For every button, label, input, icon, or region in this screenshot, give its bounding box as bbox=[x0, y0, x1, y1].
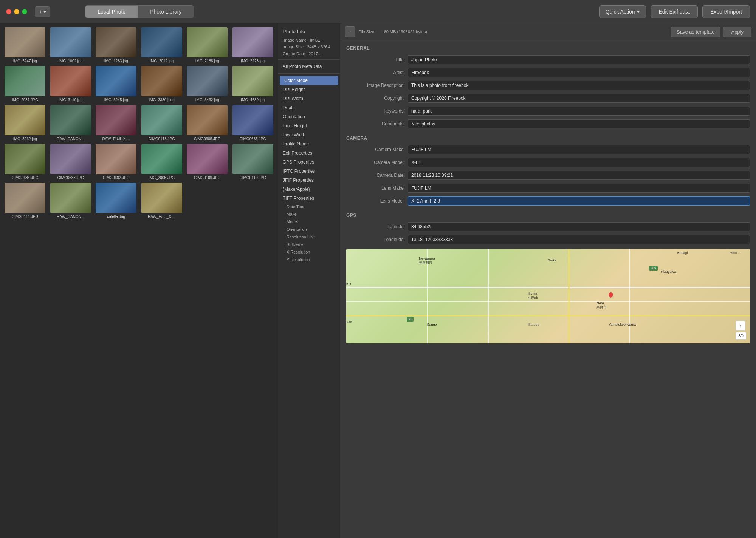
sidebar-item-gps-properties[interactable]: GPS Properties bbox=[278, 158, 340, 167]
title-input[interactable] bbox=[408, 55, 750, 64]
photo-item-16[interactable]: CIMG0685.JPG bbox=[186, 105, 229, 141]
close-button[interactable] bbox=[6, 9, 11, 14]
photo-item-11[interactable]: IMG_4639.jpg bbox=[232, 66, 274, 102]
map-label-yao: Yao bbox=[346, 320, 352, 324]
add-button[interactable]: + ▾ bbox=[35, 6, 50, 17]
sidebar-item-tiff-properties[interactable]: TIFF Properties bbox=[278, 194, 340, 203]
photo-thumbnail bbox=[141, 144, 182, 174]
photo-thumbnail bbox=[96, 66, 136, 96]
photo-item-19[interactable]: CIMG0683.JPG bbox=[50, 144, 92, 180]
photo-item-0[interactable]: IMG_5247.jpg bbox=[4, 27, 46, 63]
photo-item-5[interactable]: IMG_2223.jpg bbox=[232, 27, 274, 63]
photo-item-9[interactable]: IMG_3380.jpeg bbox=[141, 66, 183, 102]
camera-make-label: Camera Make: bbox=[346, 147, 405, 152]
quick-action-button[interactable]: Quick Action ▾ bbox=[599, 5, 646, 18]
main-layout: IMG_5247.jpgIMG_1002.jpgIMG_1283.jpgIMG_… bbox=[0, 23, 756, 538]
latitude-label: Latitude: bbox=[346, 224, 405, 229]
sidebar-item-pixel-height[interactable]: Pixel Height bbox=[278, 121, 340, 130]
sidebar-item-pixel-width[interactable]: Pixel Width bbox=[278, 130, 340, 139]
sidebar-item--makerapple-[interactable]: {MakerApple} bbox=[278, 185, 340, 194]
photo-item-20[interactable]: CIMG0682.JPG bbox=[95, 144, 138, 180]
tab-photo-library[interactable]: Photo Library bbox=[138, 6, 194, 18]
photo-filename: CIMG0686.JPG bbox=[239, 137, 266, 141]
copyright-input[interactable] bbox=[408, 94, 750, 103]
photo-item-27[interactable]: RAW_FUJI_X-... bbox=[141, 183, 183, 219]
minimize-button[interactable] bbox=[14, 9, 19, 14]
latitude-row: Latitude: bbox=[340, 220, 756, 233]
photo-item-13[interactable]: RAW_CANON... bbox=[50, 105, 92, 141]
photo-filename: RAW_CANON... bbox=[57, 215, 84, 219]
photo-item-22[interactable]: CIMG0109.JPG bbox=[186, 144, 229, 180]
sidebar-item-date-time[interactable]: Date Time bbox=[278, 203, 340, 210]
photo-item-7[interactable]: IMG_3110.jpg bbox=[50, 66, 92, 102]
photo-item-12[interactable]: IMG_5062.jpg bbox=[4, 105, 46, 141]
photo-item-24[interactable]: CIMG0111.JPG bbox=[4, 183, 46, 219]
fullscreen-button[interactable] bbox=[22, 9, 27, 14]
latitude-input[interactable] bbox=[408, 222, 750, 231]
image-name-label: Image Name : bbox=[283, 38, 309, 42]
compass-control[interactable]: ↑ bbox=[736, 321, 745, 331]
nav-back-button[interactable]: ‹ bbox=[345, 26, 355, 37]
photo-item-23[interactable]: CIMG0110.JPG bbox=[232, 144, 274, 180]
sidebar-item-dpi-height[interactable]: DPI Height bbox=[278, 85, 340, 94]
comments-input[interactable] bbox=[408, 119, 750, 128]
photo-item-21[interactable]: IMG_2005.JPG bbox=[141, 144, 183, 180]
sidebar-item-depth[interactable]: Depth bbox=[278, 103, 340, 112]
lens-model-row: Lens Model: bbox=[340, 195, 756, 207]
camera-date-input[interactable] bbox=[408, 171, 750, 180]
sidebar-item-iptc-properties[interactable]: IPTC Properties bbox=[278, 167, 340, 176]
sidebar-item-orientation[interactable]: Orientation bbox=[278, 226, 340, 233]
keywords-input[interactable] bbox=[408, 107, 750, 116]
sidebar-item-model[interactable]: Model bbox=[278, 218, 340, 226]
photo-item-17[interactable]: CIMG0686.JPG bbox=[232, 105, 274, 141]
photo-thumbnail bbox=[187, 27, 228, 57]
sidebar-item-dpi-width[interactable]: DPI Width bbox=[278, 94, 340, 103]
photo-thumbnail bbox=[187, 66, 228, 96]
sidebar-item-profile-name[interactable]: Profile Name bbox=[278, 139, 340, 148]
photo-item-1[interactable]: IMG_1002.jpg bbox=[50, 27, 92, 63]
export-import-button[interactable]: Export/Import bbox=[702, 5, 750, 18]
photo-item-25[interactable]: RAW_CANON... bbox=[50, 183, 92, 219]
tab-local-photo[interactable]: Local Photo bbox=[85, 6, 138, 18]
edit-exif-button[interactable]: Edit Exif data bbox=[651, 5, 698, 18]
sidebar-item-all-meta[interactable]: All Photo MetaData bbox=[278, 62, 340, 71]
artist-input[interactable] bbox=[408, 68, 750, 77]
image-description-input[interactable] bbox=[408, 81, 750, 90]
sidebar-divider-1 bbox=[278, 59, 340, 60]
plus-icon: + bbox=[39, 9, 42, 15]
photo-item-8[interactable]: IMG_3245.jpg bbox=[95, 66, 138, 102]
photo-filename: calella.dng bbox=[107, 215, 125, 219]
photo-item-4[interactable]: IMG_2188.jpg bbox=[186, 27, 229, 63]
artist-row: Artist: bbox=[340, 66, 756, 79]
camera-make-input[interactable] bbox=[408, 145, 750, 154]
photo-item-10[interactable]: IMG_3462.jpg bbox=[186, 66, 229, 102]
photo-item-2[interactable]: IMG_1283.jpg bbox=[95, 27, 138, 63]
photo-thumbnail bbox=[96, 183, 136, 213]
photo-item-26[interactable]: calella.dng bbox=[95, 183, 138, 219]
photo-item-3[interactable]: IMG_2012.jpg bbox=[141, 27, 183, 63]
map-controls: ↑ 3D bbox=[736, 321, 746, 340]
title-label: Title: bbox=[346, 57, 405, 62]
apply-button[interactable]: Apply bbox=[723, 27, 751, 37]
photo-filename: CIMG0118.JPG bbox=[148, 137, 175, 141]
sidebar-item-exif-properties[interactable]: Exif Properties bbox=[278, 148, 340, 158]
camera-date-label: Camera Date: bbox=[346, 173, 405, 178]
camera-model-input[interactable] bbox=[408, 158, 750, 167]
sidebar-item-jfif-properties[interactable]: JFIF Properties bbox=[278, 176, 340, 185]
sidebar-item-orientation[interactable]: Orientation bbox=[278, 112, 340, 121]
lens-make-input[interactable] bbox=[408, 184, 750, 193]
sidebar-item-x-resolution[interactable]: X Resolution bbox=[278, 248, 340, 256]
save-template-button[interactable]: Save as template bbox=[671, 27, 720, 37]
sidebar-item-resolution-unit[interactable]: Resolution Unit bbox=[278, 233, 340, 241]
sidebar-item-color-model[interactable]: Color Model bbox=[280, 76, 338, 85]
photo-item-14[interactable]: RAW_FUJI_X-... bbox=[95, 105, 138, 141]
photo-item-6[interactable]: IMG_2931.JPG bbox=[4, 66, 46, 102]
sidebar-item-software[interactable]: Software bbox=[278, 241, 340, 248]
longitude-input[interactable] bbox=[408, 235, 750, 244]
lens-model-input[interactable] bbox=[408, 196, 750, 206]
sidebar-item-make[interactable]: Make bbox=[278, 210, 340, 218]
sidebar-item-y-resolution[interactable]: Y Resolution bbox=[278, 256, 340, 263]
map-3d-button[interactable]: 3D bbox=[736, 332, 746, 340]
photo-item-15[interactable]: CIMG0118.JPG bbox=[141, 105, 183, 141]
photo-item-18[interactable]: CIMG0684.JPG bbox=[4, 144, 46, 180]
